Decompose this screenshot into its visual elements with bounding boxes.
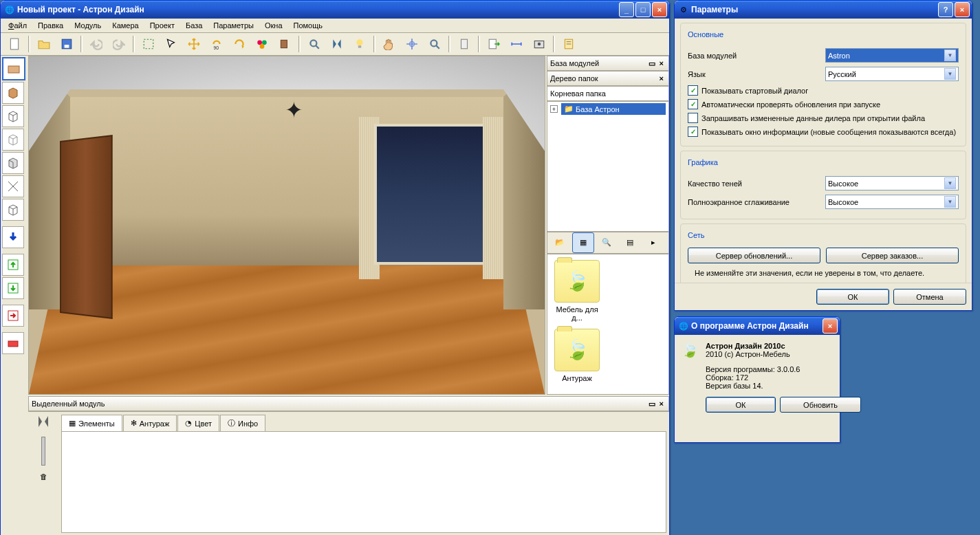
menu-file[interactable]: Файл	[3, 20, 32, 31]
minimize-button[interactable]: _	[619, 2, 634, 17]
close-selmod-icon[interactable]: ×	[657, 400, 666, 408]
combo-fsaa[interactable]: Высокое▼	[825, 195, 959, 209]
close-tree-icon[interactable]: ×	[657, 74, 666, 83]
tab-elements[interactable]: ▦Элементы	[61, 415, 122, 431]
tree-expand[interactable]: + 📁 База Астрон	[547, 102, 668, 116]
mirror-icon[interactable]	[326, 34, 348, 54]
light-icon[interactable]	[349, 34, 371, 54]
selected-module-header[interactable]: Выделенный модуль ▭×	[28, 396, 669, 411]
object-icon[interactable]	[274, 34, 296, 54]
check-show-start[interactable]: ✓	[688, 85, 698, 96]
orbit-icon[interactable]	[401, 34, 423, 54]
view-list-icon[interactable]: ▤	[619, 232, 641, 253]
render-area[interactable]: ✦	[29, 56, 545, 394]
color-icon[interactable]	[251, 34, 273, 54]
chevron-down-icon[interactable]: ▼	[944, 196, 956, 208]
menu-help[interactable]: Помощь	[289, 20, 328, 31]
zoom-icon[interactable]	[303, 34, 325, 54]
about-ok-button[interactable]: ОК	[706, 397, 776, 413]
viewport-3d[interactable]: ✦	[28, 56, 545, 395]
box-edge-icon[interactable]	[2, 175, 24, 197]
folder-entourage[interactable]: 🍃 Антураж	[553, 329, 601, 382]
export-icon[interactable]	[483, 34, 505, 54]
wall-tool-icon[interactable]	[2, 57, 25, 80]
calc-icon[interactable]	[453, 34, 475, 54]
box-wire-icon[interactable]	[2, 105, 24, 127]
menu-base[interactable]: База	[181, 20, 207, 31]
folder-tree[interactable]: + 📁 База Астрон	[547, 101, 669, 232]
menu-camera[interactable]: Камера	[107, 20, 143, 31]
report-icon[interactable]	[558, 34, 580, 54]
undo-icon[interactable]	[85, 34, 107, 54]
cursor-icon[interactable]	[160, 34, 182, 54]
box-wire3-icon[interactable]	[2, 199, 24, 221]
main-titlebar[interactable]: 🌐 Новый проект - Астрон Дизайн _ □ ×	[1, 1, 669, 19]
menu-params[interactable]: Параметры	[208, 20, 259, 31]
dock-icon[interactable]: ▭	[646, 59, 657, 67]
folder-furniture[interactable]: 🍃 Мебель для д...	[553, 260, 601, 322]
open-icon[interactable]	[33, 34, 55, 54]
box-wire2-icon[interactable]	[2, 129, 24, 151]
gear-icon: ⚙	[679, 5, 688, 14]
about-update-button[interactable]: Обновить	[780, 397, 861, 413]
params-titlebar[interactable]: ⚙ Параметры ? ×	[675, 1, 972, 19]
trash-icon[interactable]: 🗑	[40, 472, 47, 481]
about-titlebar[interactable]: 🌐 О программе Астрон Дизайн ×	[675, 317, 840, 335]
folder-search-icon[interactable]: 🔍	[596, 232, 618, 253]
cancel-button[interactable]: Отмена	[893, 289, 966, 305]
save-icon[interactable]	[56, 34, 78, 54]
folder-view[interactable]: 🍃 Мебель для д... 🍃 Антураж	[547, 254, 669, 395]
menu-windows[interactable]: Окна	[260, 20, 287, 31]
misc-red-icon[interactable]	[2, 332, 24, 354]
snapshot-icon[interactable]	[528, 34, 550, 54]
tab-entourage[interactable]: ✻Антураж	[123, 415, 177, 431]
maximize-button[interactable]: □	[635, 2, 651, 17]
move-icon[interactable]	[183, 34, 205, 54]
rotate-icon[interactable]	[228, 34, 250, 54]
hand-icon[interactable]	[378, 34, 400, 54]
box-half-icon[interactable]	[2, 152, 24, 174]
redo-icon[interactable]	[108, 34, 130, 54]
close-panel-icon[interactable]: ×	[657, 59, 666, 67]
down-arrow-icon[interactable]	[2, 226, 24, 248]
menu-project[interactable]: Проект	[145, 20, 179, 31]
view-more-icon[interactable]: ▸	[642, 232, 664, 253]
chevron-down-icon[interactable]: ▼	[944, 50, 956, 61]
order-server-button[interactable]: Сервер заказов...	[826, 248, 959, 263]
box-solid-icon[interactable]	[2, 82, 24, 104]
tab-info[interactable]: ⓘИнфо	[220, 415, 265, 431]
folder-open-icon[interactable]: 📂	[549, 232, 571, 253]
new-file-icon[interactable]	[3, 34, 25, 54]
measure-icon[interactable]	[505, 34, 527, 54]
menu-edit[interactable]: Правка	[33, 20, 68, 31]
ok-button[interactable]: ОК	[816, 289, 889, 305]
check-show-info[interactable]: ✓	[688, 127, 698, 137]
tree-node-astron[interactable]: 📁 База Астрон	[561, 103, 666, 115]
update-server-button[interactable]: Сервер обновлений...	[688, 248, 820, 263]
folder-tree-header[interactable]: Дерево папок ×	[547, 71, 669, 86]
mirror2-icon[interactable]	[36, 415, 50, 430]
view-icons-icon[interactable]: ▦	[572, 232, 594, 253]
chevron-down-icon[interactable]: ▼	[944, 68, 956, 80]
rotate90-icon[interactable]: 90	[206, 34, 228, 54]
close-about-button[interactable]: ×	[823, 318, 838, 334]
check-ask-dealer[interactable]	[688, 113, 698, 123]
module-base-header[interactable]: База модулей ▭×	[547, 56, 669, 71]
right-red-icon[interactable]	[2, 305, 24, 327]
select-icon[interactable]	[138, 34, 160, 54]
combo-shadow[interactable]: Высокое▼	[825, 176, 959, 190]
combo-language[interactable]: Русский▼	[825, 67, 959, 81]
menu-module[interactable]: Модуль	[69, 20, 106, 31]
chevron-down-icon[interactable]: ▼	[944, 177, 956, 189]
combo-module-base[interactable]: Astron▼	[825, 48, 959, 63]
close-button[interactable]: ×	[652, 2, 667, 17]
tab-color[interactable]: ◔Цвет	[177, 415, 219, 431]
up-green-icon[interactable]	[2, 254, 24, 276]
down-green-icon[interactable]	[2, 277, 24, 299]
slider[interactable]	[41, 437, 45, 466]
check-auto-update[interactable]: ✓	[688, 99, 698, 109]
zoom2-icon[interactable]	[424, 34, 446, 54]
help-button[interactable]: ?	[938, 2, 953, 17]
dock-icon[interactable]: ▭	[646, 400, 657, 408]
close-params-button[interactable]: ×	[955, 2, 970, 17]
